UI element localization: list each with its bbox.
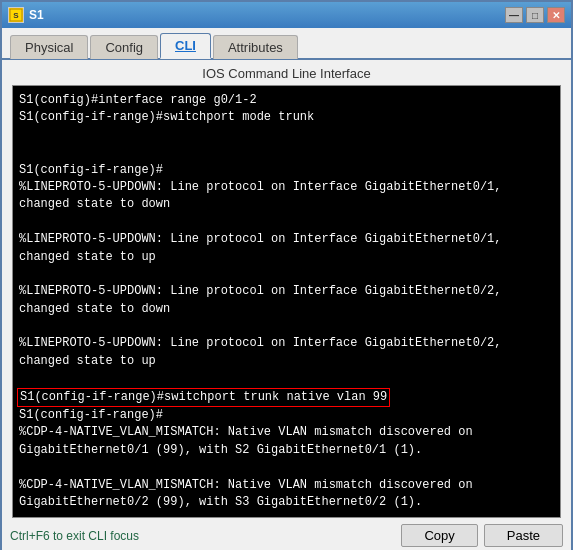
terminal-line: %LINEPROTO-5-UPDOWN: Line protocol on In… <box>19 231 554 248</box>
terminal-line: %CDP-4-NATIVE_VLAN_MISMATCH: Native VLAN… <box>19 424 554 441</box>
tab-bar: Physical Config CLI Attributes <box>2 28 571 60</box>
tab-config[interactable]: Config <box>90 35 158 59</box>
highlighted-command: S1(config-if-range)#switchport trunk nat… <box>17 388 390 407</box>
terminal-line <box>19 318 554 335</box>
terminal-line <box>19 266 554 283</box>
terminal-line: %CDP-4-NATIVE_VLAN_MISMATCH: Native VLAN… <box>19 477 554 494</box>
close-button[interactable]: ✕ <box>547 7 565 23</box>
minimize-button[interactable]: — <box>505 7 523 23</box>
title-controls: — □ ✕ <box>505 7 565 23</box>
svg-text:S: S <box>13 11 19 20</box>
paste-button[interactable]: Paste <box>484 524 563 547</box>
terminal-line: S1(config-if-range)# <box>19 407 554 424</box>
content-area: S1(config)#interface range g0/1-2S1(conf… <box>2 85 571 518</box>
terminal-line: changed state to up <box>19 249 554 266</box>
terminal-line: changed state to down <box>19 196 554 213</box>
title-bar: S S1 — □ ✕ <box>2 2 571 28</box>
terminal-line: changed state to down <box>19 301 554 318</box>
tab-attributes[interactable]: Attributes <box>213 35 298 59</box>
terminal-line: GigabitEthernet0/1 (99), with S2 Gigabit… <box>19 442 554 459</box>
bottom-bar: Ctrl+F6 to exit CLI focus Copy Paste <box>2 518 571 550</box>
main-window: S S1 — □ ✕ Physical Config CLI Attribute… <box>0 0 573 550</box>
terminal-line: %LINEPROTO-5-UPDOWN: Line protocol on In… <box>19 335 554 352</box>
btn-group: Copy Paste <box>401 524 563 547</box>
terminal-line <box>19 144 554 161</box>
maximize-button[interactable]: □ <box>526 7 544 23</box>
terminal-line: GigabitEthernet0/2 (99), with S3 Gigabit… <box>19 494 554 511</box>
terminal-line: S1(config)#interface range g0/1-2 <box>19 92 554 109</box>
title-bar-left: S S1 <box>8 7 44 23</box>
tab-physical[interactable]: Physical <box>10 35 88 59</box>
terminal[interactable]: S1(config)#interface range g0/1-2S1(conf… <box>12 85 561 518</box>
terminal-line: %LINEPROTO-5-UPDOWN: Line protocol on In… <box>19 179 554 196</box>
terminal-line <box>19 370 554 387</box>
tab-cli[interactable]: CLI <box>160 33 211 59</box>
terminal-line: S1(config-if-range)#switchport mode trun… <box>19 109 554 126</box>
terminal-line: S1(config-if-range)# <box>19 162 554 179</box>
terminal-line <box>19 214 554 231</box>
ios-label: IOS Command Line Interface <box>2 60 571 85</box>
window-icon: S <box>8 7 24 23</box>
terminal-line <box>19 459 554 476</box>
window-title: S1 <box>29 8 44 22</box>
copy-button[interactable]: Copy <box>401 524 477 547</box>
terminal-line <box>19 127 554 144</box>
cli-hint: Ctrl+F6 to exit CLI focus <box>10 529 139 543</box>
terminal-line: %LINEPROTO-5-UPDOWN: Line protocol on In… <box>19 283 554 300</box>
terminal-line: changed state to up <box>19 353 554 370</box>
